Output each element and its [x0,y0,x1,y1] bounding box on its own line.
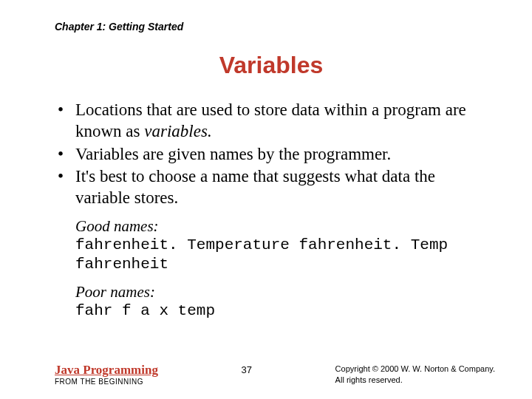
slide-page: Chapter 1: Getting Started Variables Loc… [0,0,532,399]
good-names-line: fahrenheit [75,255,488,274]
chapter-header: Chapter 1: Getting Started [55,21,488,33]
slide-footer: Java Programming FROM THE BEGINNING 37 C… [55,363,495,386]
page-number: 37 [242,363,252,375]
bullet-list: Locations that are used to store data wi… [55,100,488,209]
bullet-item: Locations that are used to store data wi… [55,100,473,143]
copyright-line: Copyright © 2000 W. W. Norton & Company. [335,364,495,375]
bullet-emphasis: variables. [144,122,211,140]
book-title-block: Java Programming FROM THE BEGINNING [55,363,158,386]
good-names-block: Good names: fahrenheit. Temperature fahr… [55,216,488,275]
copyright-line: All rights reserved. [335,375,495,386]
bullet-item: It's best to choose a name that suggests… [55,166,473,209]
bullet-text: Locations that are used to store data wi… [75,100,466,140]
poor-names-heading: Poor names: [75,282,488,301]
poor-names-line: fahr f a x temp [75,301,488,321]
book-subtitle: FROM THE BEGINNING [55,378,158,386]
copyright-block: Copyright © 2000 W. W. Norton & Company.… [335,363,495,386]
bullet-item: Variables are given names by the program… [55,144,473,166]
slide-title: Variables [55,52,488,79]
book-main-title: Java Programming [55,363,158,378]
poor-names-block: Poor names: fahr f a x temp [55,282,488,321]
good-names-line: fahrenheit. Temperature fahrenheit. Temp [75,236,488,255]
good-names-heading: Good names: [75,216,488,236]
